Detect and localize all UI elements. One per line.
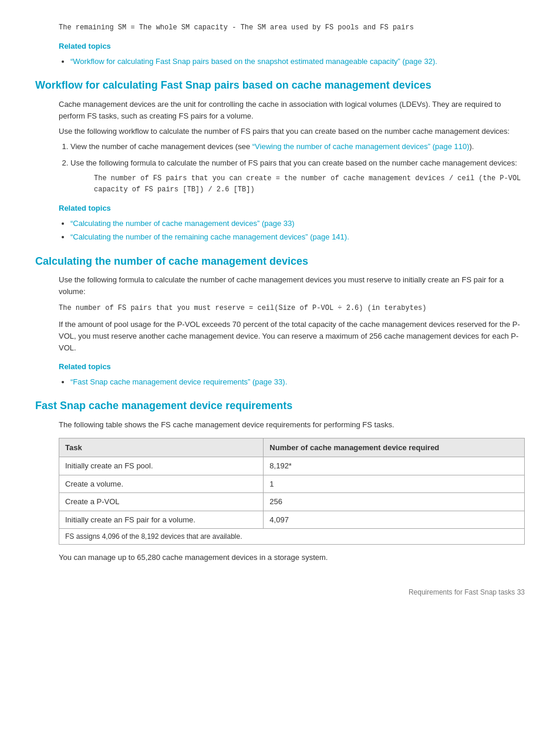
step-1: View the number of cache management devi… <box>70 141 525 153</box>
table-cell-number: 8,192* <box>264 457 525 475</box>
related-topics-heading-1: Related topics <box>59 40 525 52</box>
related-topics-list-2: “Calculating the number of cache managem… <box>70 218 525 243</box>
table-cell-number: 256 <box>264 493 525 511</box>
related-topics-list-1: “Workflow for calculating Fast Snap pair… <box>70 56 525 67</box>
related-link-2a[interactable]: “Calculating the number of cache managem… <box>70 219 295 228</box>
section2-steps: View the number of cache management devi… <box>70 141 525 195</box>
table-row: Initially create an FS pair for a volume… <box>59 511 525 529</box>
section2-code: The number of FS pairs that you can crea… <box>94 173 525 195</box>
section2-para2: Use the following workflow to calculate … <box>59 126 525 137</box>
list-item: “Calculating the number of cache managem… <box>70 218 525 229</box>
table-cell-task: Create a volume. <box>59 475 264 493</box>
related-link-1[interactable]: “Workflow for calculating Fast Snap pair… <box>70 57 437 66</box>
list-item: “Fast Snap cache management device requi… <box>70 376 525 388</box>
list-item: “Workflow for calculating Fast Snap pair… <box>70 56 525 67</box>
table-cell-number: 4,097 <box>264 511 525 529</box>
table-footnote: FS assigns 4,096 of the 8,192 devices th… <box>59 529 525 545</box>
section3-heading: Calculating the number of cache manageme… <box>35 255 525 268</box>
step1-link[interactable]: “Viewing the number of cache management … <box>252 142 470 151</box>
related-link-3[interactable]: “Fast Snap cache management device requi… <box>70 377 287 386</box>
section4-para1: The following table shows the FS cache m… <box>59 419 525 431</box>
table-col2-header: Number of cache management device requir… <box>264 438 525 457</box>
section3-code: The number of FS pairs that you must res… <box>59 303 525 314</box>
table-col1-header: Task <box>59 438 264 457</box>
table-footnote-row: FS assigns 4,096 of the 8,192 devices th… <box>59 529 525 545</box>
table-cell-number: 1 <box>264 475 525 493</box>
section2-para1: Cache management devices are the unit fo… <box>59 99 525 122</box>
section4-heading: Fast Snap cache management device requir… <box>35 399 525 413</box>
table-row: Initially create an FS pool. 8,192* <box>59 457 525 475</box>
related-topics-list-3: “Fast Snap cache management device requi… <box>70 376 525 388</box>
related-link-2b[interactable]: “Calculating the number of the remaining… <box>70 232 349 241</box>
table-row: Create a volume. 1 <box>59 475 525 493</box>
section4-para2: You can manage up to 65,280 cache manage… <box>59 552 525 563</box>
step-2: Use the following formula to calculate t… <box>70 157 525 196</box>
page-footer: Requirements for Fast Snap tasks 33 <box>35 587 525 598</box>
related-topics-heading-3: Related topics <box>59 361 525 373</box>
requirements-table: Task Number of cache management device r… <box>59 438 525 545</box>
table-row: Create a P-VOL 256 <box>59 493 525 511</box>
intro-code-block: The remaining SM = The whole SM capacity… <box>59 22 525 33</box>
table-cell-task: Initially create an FS pair for a volume… <box>59 511 264 529</box>
table-cell-task: Initially create an FS pool. <box>59 457 264 475</box>
section3-para1: Use the following formula to calculate t… <box>59 274 525 298</box>
section3-para2: If the amount of pool usage for the P-VO… <box>59 319 525 354</box>
related-topics-heading-2: Related topics <box>59 202 525 214</box>
section2-heading: Workflow for calculating Fast Snap pairs… <box>35 79 525 92</box>
table-cell-task: Create a P-VOL <box>59 493 264 511</box>
list-item: “Calculating the number of the remaining… <box>70 231 525 243</box>
